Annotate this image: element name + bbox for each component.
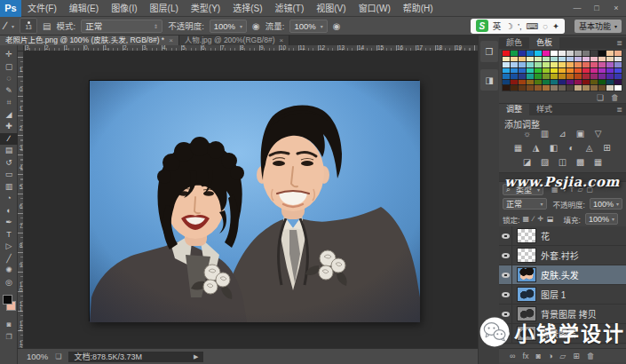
swatch[interactable] bbox=[606, 57, 614, 62]
swatch[interactable] bbox=[543, 62, 550, 67]
history-panel-button[interactable]: ❒ bbox=[480, 41, 498, 62]
swatch[interactable] bbox=[598, 80, 606, 85]
history-brush-tool[interactable]: ↺ bbox=[0, 157, 18, 170]
swatch[interactable] bbox=[503, 80, 510, 85]
swatch[interactable] bbox=[511, 57, 518, 62]
marquee-tool[interactable]: ▢ bbox=[0, 61, 18, 74]
brush-tool-icon[interactable]: ∕ bbox=[4, 20, 6, 32]
line-tool[interactable]: ╱ bbox=[0, 253, 18, 265]
swatch[interactable] bbox=[511, 85, 518, 91]
adjustment-icon[interactable]: ◧ bbox=[547, 142, 560, 154]
swatch[interactable] bbox=[567, 51, 574, 56]
swatch[interactable] bbox=[543, 80, 550, 85]
swatch[interactable] bbox=[559, 62, 566, 67]
swatch[interactable] bbox=[567, 74, 574, 79]
path-selection-tool[interactable]: ▷ bbox=[0, 241, 18, 253]
swatch[interactable] bbox=[567, 68, 574, 74]
ime-moon-icon[interactable]: ☽ bbox=[505, 21, 513, 31]
layer-blend-mode-select[interactable]: 正常 ▾ bbox=[503, 198, 547, 210]
quick-mask-button[interactable]: ◙ bbox=[0, 320, 18, 330]
adjustment-icon[interactable]: ▦ bbox=[591, 156, 605, 168]
healing-brush-tool[interactable]: ✚ bbox=[0, 121, 18, 133]
swatch[interactable] bbox=[551, 80, 558, 85]
swatch[interactable] bbox=[567, 62, 574, 67]
lock-pixels-icon[interactable]: ∕ bbox=[533, 215, 534, 223]
swatch[interactable] bbox=[606, 80, 614, 85]
swatch[interactable] bbox=[551, 85, 558, 91]
swatch[interactable] bbox=[551, 62, 558, 67]
ime-keyboard-icon[interactable]: ⌨ bbox=[527, 21, 539, 31]
tab-调整[interactable]: 调整 bbox=[499, 104, 529, 115]
swatch[interactable] bbox=[551, 68, 558, 74]
airbrush-icon[interactable]: ◉ bbox=[252, 21, 260, 31]
swatch[interactable] bbox=[590, 62, 598, 67]
minimize-button[interactable]: — bbox=[567, 0, 587, 17]
adjustment-icon[interactable]: ◪ bbox=[520, 156, 534, 168]
visibility-toggle[interactable] bbox=[499, 285, 512, 305]
layer-row[interactable]: 皮肤.头发 bbox=[499, 265, 626, 285]
delete-layer-icon[interactable]: 🗑 bbox=[587, 352, 595, 360]
swatch[interactable] bbox=[551, 57, 558, 62]
dodge-tool[interactable]: ◐ bbox=[0, 205, 18, 218]
tab-颜色[interactable]: 颜色 bbox=[499, 37, 529, 49]
swatch[interactable] bbox=[503, 57, 510, 62]
adjustment-icon[interactable]: ▥ bbox=[538, 128, 551, 139]
new-layer-icon[interactable]: ⊞ bbox=[573, 352, 580, 360]
clone-stamp-tool[interactable]: ▤ bbox=[0, 145, 18, 157]
swatch[interactable] bbox=[606, 51, 614, 56]
swatch[interactable] bbox=[535, 57, 542, 62]
hand-tool[interactable]: ✺ bbox=[0, 265, 18, 277]
swatch[interactable] bbox=[606, 62, 614, 67]
close-button[interactable]: × bbox=[606, 0, 626, 17]
tab-close-icon[interactable]: × bbox=[169, 36, 173, 45]
adjustment-icon[interactable]: ☼ bbox=[520, 128, 534, 139]
swatch[interactable] bbox=[527, 80, 534, 85]
swatch[interactable] bbox=[582, 80, 590, 85]
swatch[interactable] bbox=[503, 62, 510, 67]
trash-icon[interactable]: 🗑 bbox=[611, 93, 619, 102]
layer-thumbnail[interactable] bbox=[518, 288, 535, 301]
swatch[interactable] bbox=[543, 85, 550, 91]
layer-thumbnail[interactable] bbox=[518, 249, 535, 262]
blur-tool[interactable]: ◔ bbox=[0, 193, 18, 205]
document-info-field[interactable]: 文档:878.5K/3.73M ▶ bbox=[68, 352, 203, 362]
brush-preset-picker[interactable]: 13 bbox=[20, 18, 37, 34]
swatch[interactable] bbox=[614, 85, 622, 91]
swatch[interactable] bbox=[519, 68, 526, 74]
swatch[interactable] bbox=[543, 74, 550, 79]
opacity-select[interactable]: 100%▾ bbox=[210, 20, 247, 33]
swatch[interactable] bbox=[527, 62, 534, 67]
swatch[interactable] bbox=[614, 62, 622, 67]
layer-row[interactable]: 图层 1 bbox=[499, 285, 626, 305]
swatch[interactable] bbox=[567, 85, 574, 91]
swatch[interactable] bbox=[574, 85, 582, 91]
swatch[interactable] bbox=[535, 68, 542, 74]
menu-item[interactable]: 滤镜(T) bbox=[269, 0, 311, 17]
swatch[interactable] bbox=[559, 80, 566, 85]
layer-fill-value[interactable]: 100% ▾ bbox=[585, 213, 618, 225]
lock-all-icon[interactable]: ⬓ bbox=[547, 215, 554, 223]
link-layers-icon[interactable]: ∞ bbox=[510, 352, 515, 360]
adjustment-icon[interactable]: ◐ bbox=[565, 142, 578, 154]
swatch[interactable] bbox=[606, 68, 614, 74]
swatch[interactable] bbox=[559, 68, 566, 74]
eraser-tool[interactable]: ▭ bbox=[0, 169, 18, 181]
type-tool[interactable]: T bbox=[0, 229, 18, 241]
swatch[interactable] bbox=[614, 80, 622, 85]
swatch[interactable] bbox=[535, 51, 542, 56]
swatch[interactable] bbox=[614, 57, 622, 62]
swatch[interactable] bbox=[511, 51, 518, 56]
swatch[interactable] bbox=[511, 68, 518, 74]
status-expand-icon[interactable]: ▶ bbox=[194, 353, 198, 360]
adjustment-icon[interactable]: ◮ bbox=[529, 142, 543, 154]
swatch[interactable] bbox=[574, 74, 582, 79]
swatch[interactable] bbox=[519, 74, 526, 79]
adjustment-layer-icon[interactable]: ◑ bbox=[548, 352, 552, 360]
airbrush-pressure-icon[interactable]: ◉ bbox=[333, 21, 341, 31]
swatch[interactable] bbox=[559, 57, 566, 62]
document-tab[interactable]: 人物.jpg @ 200%(RGB/8#)× bbox=[179, 36, 289, 45]
adjustment-icon[interactable]: ▽ bbox=[591, 128, 605, 139]
tab-样式[interactable]: 样式 bbox=[529, 104, 559, 115]
menu-item[interactable]: 类型(Y) bbox=[185, 0, 226, 17]
foreground-color-swatch[interactable] bbox=[3, 295, 12, 305]
